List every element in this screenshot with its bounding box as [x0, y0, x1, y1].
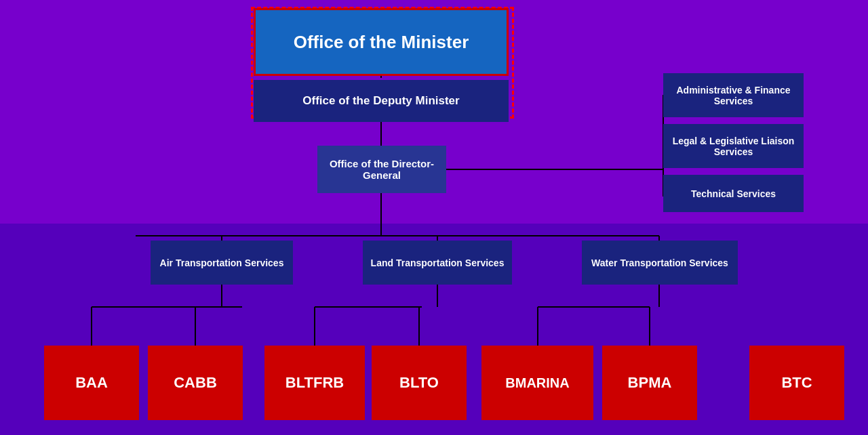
air-transportation-box: Air Transportation Services — [151, 241, 293, 285]
admin-finance-box: Administrative & Finance Services — [663, 73, 804, 117]
bltfrb-box: BLTFRB — [264, 346, 365, 420]
deputy-minister-box: Office of the Deputy Minister — [254, 80, 509, 122]
technical-services-box: Technical Services — [663, 175, 804, 212]
blto-box: BLTO — [372, 346, 467, 420]
water-transportation-box: Water Transportation Services — [582, 241, 738, 285]
minister-box: Office of the Minister — [254, 8, 509, 76]
bpma-box: BPMA — [602, 346, 697, 420]
cabb-box: CABB — [148, 346, 243, 420]
director-general-box: Office of the Director-General — [317, 146, 446, 193]
bmarina-box: BMARINA — [481, 346, 593, 420]
legal-legislative-box: Legal & Legislative Liaison Services — [663, 124, 804, 168]
baa-box: BAA — [44, 346, 139, 420]
land-transportation-box: Land Transportation Services — [363, 241, 512, 285]
btc-box: BTC — [749, 346, 844, 420]
